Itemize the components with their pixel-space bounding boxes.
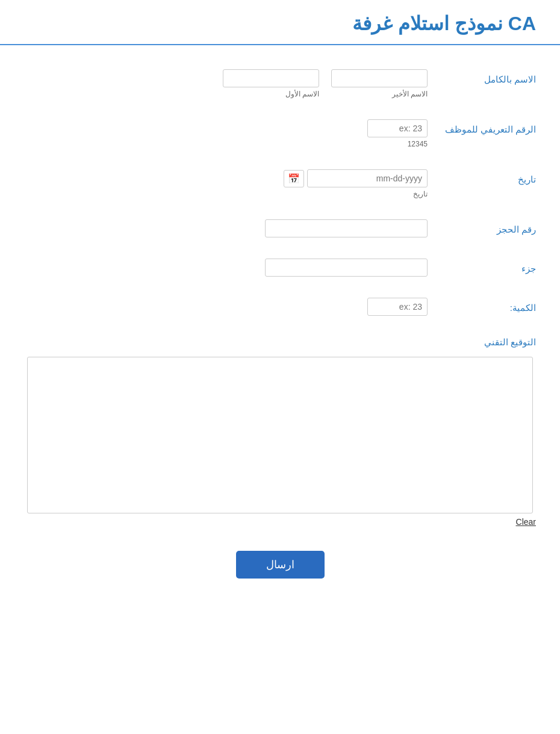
part-input[interactable] xyxy=(265,259,428,277)
booking-number-input[interactable] xyxy=(265,219,428,237)
booking-number-row: رقم الحجز xyxy=(24,219,536,237)
full-name-label: الاسم بالكامل xyxy=(428,69,536,85)
form-container: الاسم بالكامل الاسم الأخير الاسم الأول ا… xyxy=(0,63,560,603)
first-name-label: الاسم الأول xyxy=(223,90,319,98)
clear-button[interactable]: Clear xyxy=(24,517,536,527)
signature-label: التوقيع التقني xyxy=(24,337,536,348)
calendar-button[interactable]: 📅 xyxy=(284,170,304,187)
part-label: جزء xyxy=(428,259,536,274)
name-fields: الاسم الأخير الاسم الأول xyxy=(24,69,428,98)
date-field: 📅 تاريخ xyxy=(24,169,428,198)
signature-section: التوقيع التقني Clear xyxy=(24,337,536,527)
first-name-group: الاسم الأول xyxy=(223,69,319,98)
part-row: جزء xyxy=(24,259,536,277)
quantity-row: الكمية: xyxy=(24,298,536,316)
date-row: تاريخ 📅 تاريخ xyxy=(24,169,536,198)
submit-row: ارسال xyxy=(24,551,536,579)
part-field xyxy=(24,259,428,277)
employee-id-input[interactable] xyxy=(367,119,428,137)
employee-id-row: الرقم التعريفي للموظف 12345 xyxy=(24,119,536,148)
employee-id-label: الرقم التعريفي للموظف xyxy=(428,119,536,135)
employee-id-field: 12345 xyxy=(24,119,428,148)
first-name-input[interactable] xyxy=(223,69,319,87)
calendar-icon: 📅 xyxy=(288,174,300,184)
full-name-row: الاسم بالكامل الاسم الأخير الاسم الأول xyxy=(24,69,536,98)
last-name-input[interactable] xyxy=(331,69,428,87)
booking-number-label: رقم الحجز xyxy=(428,219,536,235)
date-sub-label: تاريخ xyxy=(24,190,428,198)
page-container: CA نموذج استلام غرفة الاسم بالكامل الاسم… xyxy=(0,0,560,734)
header: CA نموذج استلام غرفة xyxy=(0,0,560,45)
signature-canvas[interactable] xyxy=(27,357,533,513)
last-name-group: الاسم الأخير xyxy=(331,69,428,98)
full-name-field: الاسم الأخير الاسم الأول xyxy=(24,69,428,98)
booking-number-field xyxy=(24,219,428,237)
page-title: CA نموذج استلام غرفة xyxy=(24,12,536,35)
quantity-field xyxy=(24,298,428,316)
date-label: تاريخ xyxy=(428,169,536,185)
quantity-label: الكمية: xyxy=(428,298,536,313)
last-name-label: الاسم الأخير xyxy=(331,90,428,98)
date-input-row: 📅 xyxy=(24,169,428,187)
submit-button[interactable]: ارسال xyxy=(236,551,325,579)
employee-id-hint: 12345 xyxy=(24,140,428,148)
quantity-input[interactable] xyxy=(367,298,428,316)
date-input[interactable] xyxy=(307,169,428,187)
